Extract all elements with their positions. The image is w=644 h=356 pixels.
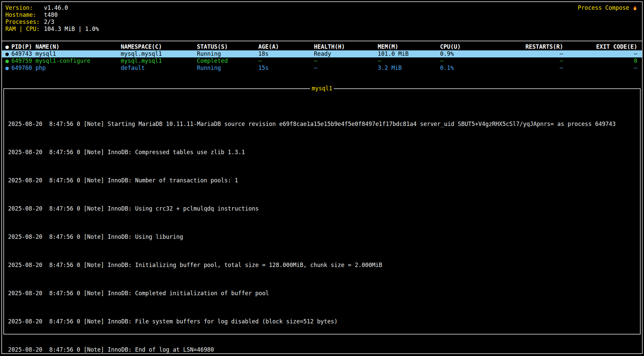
process-restarts: – [499,64,563,72]
header-field: Version:v1.46.0 [5,4,99,11]
process-state-icon: ● [2,64,11,72]
table-row[interactable]: ● 649743 mysql1 mysql.mysql1 Running 18s… [2,50,642,57]
log-line: 2025-08-20 8:47:56 0 [Note] InnoDB: Comp… [8,149,640,156]
process-age: – [258,57,314,64]
process-namespace: mysql.mysql1 [121,50,197,57]
process-pid-name: 649759 mysql1-configure [11,57,121,64]
header-separator [1,41,643,41]
header-field-label: RAM | CPU: [5,26,44,33]
process-table: ● PID(P) NAME(N) NAMESPACE(C) STATUS(S) … [2,43,642,72]
table-row[interactable]: ● 649760 php default Running 15s – 3.2 M… [2,64,642,72]
process-namespace: mysql.mysql1 [121,57,197,64]
column-header-age: AGE(A) [258,43,314,50]
log-line: 2025-08-20 8:47:56 0 [Note] InnoDB: Comp… [8,290,640,297]
process-exit-code: 0 [563,57,642,64]
process-status: Running [197,64,258,72]
process-cpu: 0.9% [440,50,499,57]
table-header-row: ● PID(P) NAME(N) NAMESPACE(C) STATUS(S) … [2,43,642,50]
log-line: 2025-08-20 8:47:56 0 [Note] InnoDB: File… [8,318,640,325]
log-line: 2025-08-20 8:47:56 0 [Note] InnoDB: Numb… [8,177,640,184]
header-field: Processes:2/3 [5,18,99,26]
header-field: RAM | CPU:104.3 MiB | 1.0% [5,26,99,33]
process-status: Running [197,50,258,57]
header-field-value: t480 [44,11,58,18]
process-state-icon: ● [2,50,11,57]
flame-icon [632,5,638,11]
log-line: 2025-08-20 8:47:56 0 [Note] Starting Mar… [8,121,640,128]
header-field-value: 104.3 MiB | 1.0% [44,26,99,32]
header-field-value: 2/3 [44,18,54,25]
log-line: 2025-08-20 8:47:56 0 [Note] InnoDB: Usin… [8,233,640,240]
process-age: 15s [258,64,314,72]
process-state-icon: ● [2,57,11,64]
process-health: – [314,64,378,72]
table-row[interactable]: ● 649759 mysql1-configure mysql.mysql1 C… [2,57,642,64]
column-header-cpu: CPU(U) [440,43,499,50]
process-restarts: – [499,57,563,64]
process-cpu: – [440,57,499,64]
column-header-pid-name: PID(P) NAME(N) [11,43,121,50]
app-title-text: Process Compose [578,4,629,11]
column-header-namespace: NAMESPACE(C) [121,43,197,50]
process-age: 18s [258,50,314,57]
header-field-value: v1.46.0 [44,4,68,11]
shortcut-bar: F1Shortcuts LOGS: F4Maximize F5Unfollow … [4,340,641,356]
header-field-label: Processes: [5,18,44,26]
log-line: 2025-08-20 8:47:56 0 [Note] InnoDB: Usin… [8,205,640,212]
app-title: Process Compose [578,4,638,11]
status-header: Version:v1.46.0 Hostname:t480 Processes:… [5,4,99,33]
process-health: – [314,57,378,64]
process-rows: ● 649743 mysql1 mysql.mysql1 Running 18s… [2,50,642,72]
column-header-restarts: RESTARTS(R) [499,43,563,50]
log-lines: 2025-08-20 8:47:56 0 [Note] Starting Mar… [4,89,640,356]
process-mem: 3.2 MiB [378,64,440,72]
process-status: Completed [197,57,258,64]
header-field-label: Hostname: [5,11,44,18]
column-header-mem: MEM(M) [378,43,440,50]
state-column-header: ● [2,43,11,50]
process-exit-code: – [563,64,642,72]
log-panel-title: mysql1 [310,85,334,92]
column-header-exit-code: EXIT CODE(E) [563,43,642,50]
process-pid-name: 649760 php [11,64,121,72]
process-mem: – [378,57,440,64]
process-health: Ready [314,50,378,57]
process-namespace: default [121,64,197,72]
log-line: 2025-08-20 8:47:56 0 [Note] InnoDB: Init… [8,262,640,269]
process-cpu: 0.1% [440,64,499,72]
process-exit-code: – [563,50,642,57]
header-field: Hostname:t480 [5,11,99,18]
header-field-label: Version: [5,4,44,11]
process-restarts: – [499,50,563,57]
column-header-status: STATUS(S) [197,43,258,50]
process-pid-name: 649743 mysql1 [11,50,121,57]
log-panel[interactable]: mysql1 2025-08-20 8:47:56 0 [Note] Start… [3,88,641,335]
column-header-health: HEALTH(H) [314,43,378,50]
process-mem: 101.0 MiB [378,50,440,57]
